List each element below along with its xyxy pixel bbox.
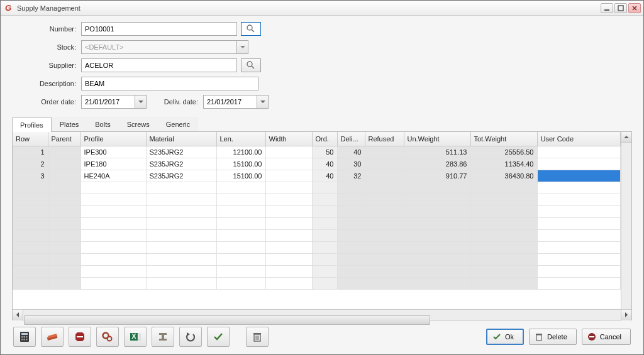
cell-ord[interactable]: 40 [312,170,337,182]
cell-profile[interactable] [80,182,146,194]
vertical-scrollbar[interactable] [621,132,631,309]
supplier-input[interactable] [81,58,237,72]
cell-row[interactable] [13,277,48,289]
cell-deli[interactable] [337,194,365,205]
tab-profiles[interactable]: Profiles [12,117,52,132]
cell-parent[interactable] [48,194,80,205]
cell-len[interactable] [216,277,265,289]
undo-button[interactable] [179,327,202,347]
cell-refused[interactable] [365,253,404,265]
cell-deli[interactable] [337,265,365,277]
cell-len[interactable] [216,229,265,241]
cell-parent[interactable] [48,217,80,229]
delete-button[interactable]: Delete [529,329,577,345]
cell-usercode[interactable] [537,253,621,265]
cell-refused[interactable] [365,229,404,241]
table-row[interactable] [13,265,621,277]
cell-row[interactable] [13,217,48,229]
cell-refused[interactable] [365,146,404,158]
table-row[interactable] [13,229,621,241]
cell-totweight[interactable] [470,277,537,289]
cell-row[interactable] [13,229,48,241]
number-lookup-button[interactable] [241,22,261,36]
cell-material[interactable] [146,241,216,253]
cell-ord[interactable] [312,277,337,289]
cell-deli[interactable] [337,229,365,241]
cell-totweight[interactable] [470,217,537,229]
cell-profile[interactable] [80,205,146,217]
cell-material[interactable] [146,205,216,217]
cell-ord[interactable] [312,194,337,205]
cell-totweight[interactable] [470,241,537,253]
cell-width[interactable] [265,146,312,158]
col-row[interactable]: Row [13,132,48,146]
cell-row[interactable]: 2 [13,158,48,170]
table-row[interactable] [13,194,621,205]
confirm-button[interactable] [207,327,230,347]
cell-material[interactable] [146,182,216,194]
supplier-lookup-button[interactable] [241,58,261,72]
cell-width[interactable] [265,217,312,229]
table-row[interactable] [13,241,621,253]
description-input[interactable] [81,77,258,90]
cell-unweight[interactable] [404,229,470,241]
cell-unweight[interactable] [404,253,470,265]
cell-material[interactable]: S235JRG2 [146,146,216,158]
cell-material[interactable] [146,217,216,229]
tab-plates[interactable]: Plates [52,117,87,131]
cell-width[interactable] [265,253,312,265]
table-row[interactable] [13,217,621,229]
cell-parent[interactable] [48,170,80,182]
table-row[interactable] [13,253,621,265]
cell-usercode[interactable] [537,158,621,170]
maximize-button[interactable] [614,3,627,13]
delete-row-button[interactable] [246,327,269,347]
cell-refused[interactable] [365,194,404,205]
cell-deli[interactable] [337,241,365,253]
col-material[interactable]: Material [146,132,216,146]
delivdate-picker-button[interactable] [257,95,269,109]
delivdate-input[interactable] [203,95,257,109]
cell-profile[interactable] [80,194,146,205]
cell-width[interactable] [265,205,312,217]
cell-refused[interactable] [365,241,404,253]
horizontal-scrollbar[interactable] [13,309,631,320]
table-row[interactable]: 1IPE300S235JRG212100.005040511.1325556.5… [13,146,621,158]
cell-width[interactable] [265,182,312,194]
bars-button[interactable] [41,327,64,347]
cell-width[interactable] [265,158,312,170]
table-row[interactable] [13,182,621,194]
stock-select[interactable]: <DEFAULT> [81,40,237,54]
cell-usercode[interactable] [537,194,621,205]
ok-button[interactable]: Ok [486,329,524,345]
cell-refused[interactable] [365,170,404,182]
cell-profile[interactable] [80,241,146,253]
cell-ord[interactable] [312,265,337,277]
cell-len[interactable] [216,182,265,194]
cell-len[interactable] [216,241,265,253]
number-input[interactable] [81,22,237,36]
cell-usercode[interactable] [537,241,621,253]
cell-unweight[interactable] [404,217,470,229]
cell-material[interactable] [146,229,216,241]
scroll-left-button[interactable] [13,310,23,320]
cell-ord[interactable] [312,205,337,217]
col-parent[interactable]: Parent [48,132,80,146]
cell-parent[interactable] [48,158,80,170]
cell-parent[interactable] [48,205,80,217]
cell-ord[interactable]: 50 [312,146,337,158]
cell-ord[interactable] [312,217,337,229]
table-row[interactable] [13,277,621,289]
cell-parent[interactable] [48,182,80,194]
cell-len[interactable] [216,265,265,277]
cell-len[interactable]: 15100.00 [216,170,265,182]
cell-unweight[interactable]: 910.77 [404,170,470,182]
cell-profile[interactable] [80,253,146,265]
cell-row[interactable] [13,205,48,217]
col-totweight[interactable]: Tot.Weight [470,132,537,146]
cell-totweight[interactable]: 36430.80 [470,170,537,182]
cell-parent[interactable] [48,265,80,277]
cell-totweight[interactable] [470,205,537,217]
cell-usercode[interactable] [537,229,621,241]
cell-parent[interactable] [48,241,80,253]
